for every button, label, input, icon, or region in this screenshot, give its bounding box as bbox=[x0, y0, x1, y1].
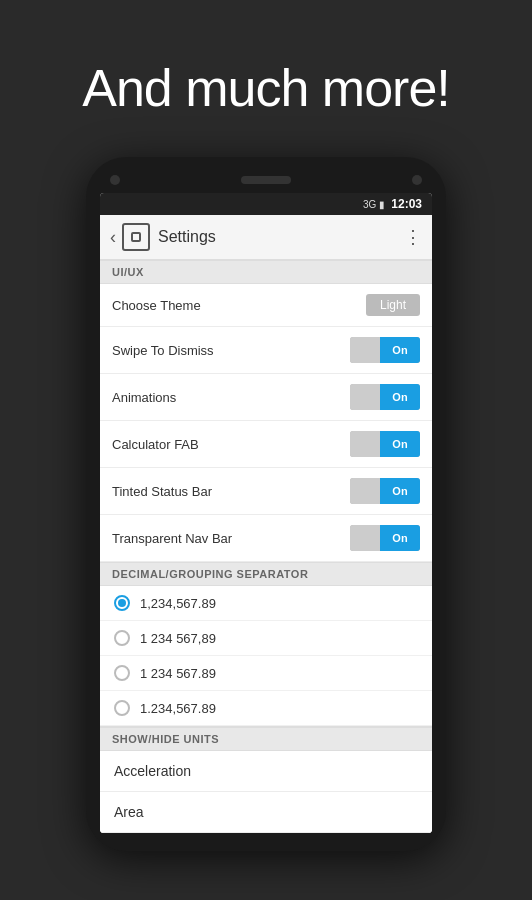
radio-label-0: 1,234,567.89 bbox=[140, 596, 216, 611]
toggle-off-fab bbox=[350, 431, 380, 457]
setting-label-fab: Calculator FAB bbox=[112, 437, 199, 452]
headline: And much more! bbox=[62, 60, 470, 117]
toggle-on-fab: On bbox=[380, 431, 420, 457]
phone-screen: 3G ▮ 12:03 ‹ Settings ⋮ UI/UX Choose The… bbox=[100, 193, 432, 833]
app-icon bbox=[122, 223, 150, 251]
unit-label-acceleration: Acceleration bbox=[114, 763, 191, 779]
setting-label-animations: Animations bbox=[112, 390, 176, 405]
toggle-off-swipe bbox=[350, 337, 380, 363]
radio-group: 1,234,567.89 1 234 567,89 1 234 567.89 1… bbox=[100, 586, 432, 727]
battery-icon: ▮ bbox=[379, 199, 385, 210]
unit-row-area[interactable]: Area bbox=[100, 792, 432, 833]
radio-circle-2[interactable] bbox=[114, 665, 130, 681]
toggle-on-tinted: On bbox=[380, 478, 420, 504]
settings-content: UI/UX Choose Theme Light Swipe To Dismis… bbox=[100, 260, 432, 833]
setting-label-theme: Choose Theme bbox=[112, 298, 201, 313]
section-header-units: SHOW/HIDE UNITS bbox=[100, 727, 432, 751]
more-menu-icon[interactable]: ⋮ bbox=[404, 226, 422, 248]
setting-row-animations[interactable]: Animations On bbox=[100, 374, 432, 421]
phone-camera-right bbox=[412, 175, 422, 185]
toggle-transparent[interactable]: On bbox=[350, 525, 420, 551]
toggle-tinted[interactable]: On bbox=[350, 478, 420, 504]
toggle-on-animations: On bbox=[380, 384, 420, 410]
radio-row-1[interactable]: 1 234 567,89 bbox=[100, 621, 432, 656]
unit-label-area: Area bbox=[114, 804, 144, 820]
setting-row-transparent[interactable]: Transparent Nav Bar On bbox=[100, 515, 432, 562]
radio-circle-1[interactable] bbox=[114, 630, 130, 646]
setting-label-tinted: Tinted Status Bar bbox=[112, 484, 212, 499]
toggle-off-transparent bbox=[350, 525, 380, 551]
toggle-animations[interactable]: On bbox=[350, 384, 420, 410]
setting-label-transparent: Transparent Nav Bar bbox=[112, 531, 232, 546]
radio-label-1: 1 234 567,89 bbox=[140, 631, 216, 646]
toggle-off-tinted bbox=[350, 478, 380, 504]
radio-circle-3[interactable] bbox=[114, 700, 130, 716]
setting-row-theme[interactable]: Choose Theme Light bbox=[100, 284, 432, 327]
section-header-uiux: UI/UX bbox=[100, 260, 432, 284]
setting-label-swipe: Swipe To Dismiss bbox=[112, 343, 214, 358]
toggle-off-animations bbox=[350, 384, 380, 410]
section-header-decimal: DECIMAL/GROUPING SEPARATOR bbox=[100, 562, 432, 586]
phone-camera bbox=[110, 175, 120, 185]
app-title: Settings bbox=[158, 228, 404, 246]
toggle-swipe[interactable]: On bbox=[350, 337, 420, 363]
radio-row-0[interactable]: 1,234,567.89 bbox=[100, 586, 432, 621]
setting-row-tinted[interactable]: Tinted Status Bar On bbox=[100, 468, 432, 515]
unit-row-acceleration[interactable]: Acceleration bbox=[100, 751, 432, 792]
signal-icon: 3G bbox=[363, 199, 376, 210]
radio-circle-0[interactable] bbox=[114, 595, 130, 611]
toggle-on-swipe: On bbox=[380, 337, 420, 363]
radio-label-3: 1.234,567.89 bbox=[140, 701, 216, 716]
theme-button[interactable]: Light bbox=[366, 294, 420, 316]
setting-row-swipe[interactable]: Swipe To Dismiss On bbox=[100, 327, 432, 374]
status-bar: 3G ▮ 12:03 bbox=[100, 193, 432, 215]
status-time: 12:03 bbox=[391, 197, 422, 211]
toggle-on-transparent: On bbox=[380, 525, 420, 551]
radio-label-2: 1 234 567.89 bbox=[140, 666, 216, 681]
phone-speaker bbox=[241, 176, 291, 184]
back-arrow-icon[interactable]: ‹ bbox=[110, 227, 116, 248]
app-bar: ‹ Settings ⋮ bbox=[100, 215, 432, 260]
phone-wrapper: 3G ▮ 12:03 ‹ Settings ⋮ UI/UX Choose The… bbox=[86, 157, 446, 851]
radio-row-2[interactable]: 1 234 567.89 bbox=[100, 656, 432, 691]
radio-row-3[interactable]: 1.234,567.89 bbox=[100, 691, 432, 726]
setting-row-fab[interactable]: Calculator FAB On bbox=[100, 421, 432, 468]
toggle-fab[interactable]: On bbox=[350, 431, 420, 457]
